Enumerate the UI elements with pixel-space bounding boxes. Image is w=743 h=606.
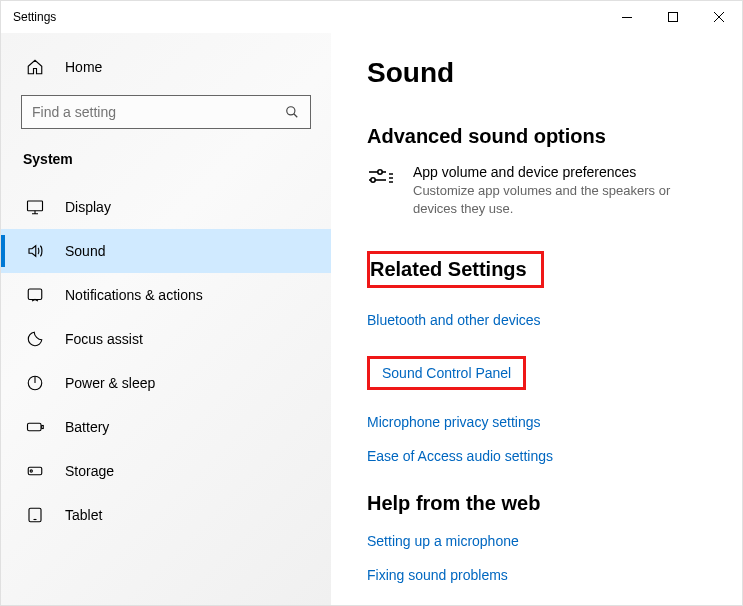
advanced-sound-title: Advanced sound options xyxy=(367,125,706,148)
app-volume-preferences[interactable]: App volume and device preferences Custom… xyxy=(367,164,706,217)
svg-rect-7 xyxy=(42,426,44,429)
sidebar-item-display[interactable]: Display xyxy=(1,185,331,229)
focus-icon xyxy=(25,329,45,349)
sidebar-item-label: Power & sleep xyxy=(65,375,155,391)
sidebar-item-battery[interactable]: Battery xyxy=(1,405,331,449)
app-volume-desc: Customize app volumes and the speakers o… xyxy=(413,182,706,217)
content-area: Sound Advanced sound options App volume … xyxy=(331,33,742,605)
page-title: Sound xyxy=(367,57,706,89)
sliders-icon xyxy=(367,164,395,192)
power-icon xyxy=(25,373,45,393)
ease-of-access-link[interactable]: Ease of Access audio settings xyxy=(367,448,706,464)
sound-control-panel-link[interactable]: Sound Control Panel xyxy=(382,365,511,381)
svg-rect-3 xyxy=(28,201,43,211)
sidebar-item-label: Focus assist xyxy=(65,331,143,347)
sound-icon xyxy=(25,241,45,261)
svg-rect-1 xyxy=(669,13,678,22)
svg-rect-4 xyxy=(28,289,42,300)
app-volume-title: App volume and device preferences xyxy=(413,164,706,180)
search-icon xyxy=(284,104,300,120)
home-label: Home xyxy=(65,59,102,75)
svg-point-11 xyxy=(378,170,382,174)
maximize-button[interactable] xyxy=(650,1,696,33)
sidebar-item-label: Sound xyxy=(65,243,105,259)
related-settings-title: Related Settings xyxy=(370,258,527,281)
sidebar: Home System DisplaySoundNotifications & … xyxy=(1,33,331,605)
sidebar-item-focus[interactable]: Focus assist xyxy=(1,317,331,361)
sidebar-item-notify[interactable]: Notifications & actions xyxy=(1,273,331,317)
sound-control-panel-highlight: Sound Control Panel xyxy=(367,356,526,390)
sidebar-item-power[interactable]: Power & sleep xyxy=(1,361,331,405)
sidebar-item-label: Battery xyxy=(65,419,109,435)
sidebar-item-tablet[interactable]: Tablet xyxy=(1,493,331,537)
svg-point-2 xyxy=(287,107,295,115)
svg-rect-0 xyxy=(622,17,632,18)
battery-icon xyxy=(25,417,45,437)
storage-icon xyxy=(25,461,45,481)
sidebar-item-label: Display xyxy=(65,199,111,215)
titlebar: Settings xyxy=(1,1,742,33)
display-icon xyxy=(25,197,45,217)
home-icon xyxy=(25,57,45,77)
search-box[interactable] xyxy=(21,95,311,129)
fix-sound-link[interactable]: Fixing sound problems xyxy=(367,567,706,583)
setup-microphone-link[interactable]: Setting up a microphone xyxy=(367,533,706,549)
svg-point-12 xyxy=(371,178,375,182)
close-button[interactable] xyxy=(696,1,742,33)
home-nav[interactable]: Home xyxy=(1,49,331,85)
sidebar-group-label: System xyxy=(1,147,331,185)
sidebar-item-label: Storage xyxy=(65,463,114,479)
sidebar-item-label: Tablet xyxy=(65,507,102,523)
svg-rect-6 xyxy=(28,423,42,431)
sidebar-item-label: Notifications & actions xyxy=(65,287,203,303)
sidebar-item-sound[interactable]: Sound xyxy=(1,229,331,273)
microphone-privacy-link[interactable]: Microphone privacy settings xyxy=(367,414,706,430)
window-title: Settings xyxy=(13,10,56,24)
svg-point-9 xyxy=(30,470,32,472)
bluetooth-devices-link[interactable]: Bluetooth and other devices xyxy=(367,312,706,328)
notify-icon xyxy=(25,285,45,305)
related-settings-title-highlight: Related Settings xyxy=(367,251,544,288)
minimize-button[interactable] xyxy=(604,1,650,33)
help-from-web-title: Help from the web xyxy=(367,492,706,515)
sidebar-item-storage[interactable]: Storage xyxy=(1,449,331,493)
tablet-icon xyxy=(25,505,45,525)
search-input[interactable] xyxy=(32,104,284,120)
